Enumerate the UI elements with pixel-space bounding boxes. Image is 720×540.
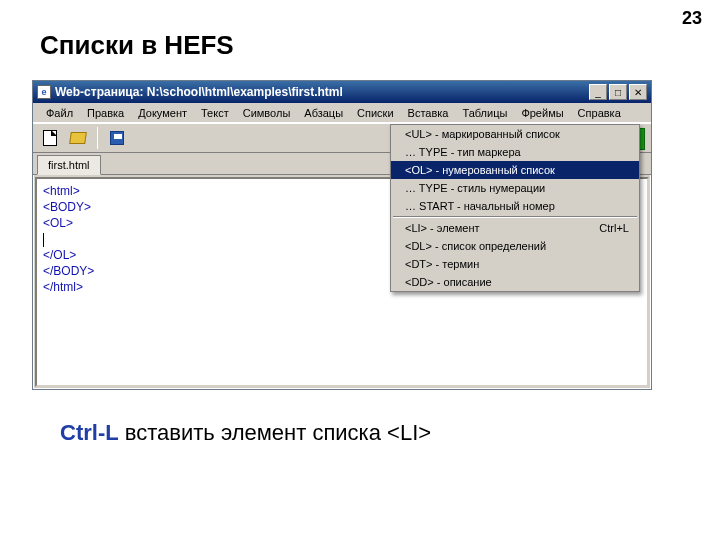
dropdown-separator [393, 216, 637, 218]
maximize-button[interactable]: □ [609, 84, 627, 100]
window-title: Web-страница: N:\school\html\examples\fi… [55, 85, 589, 99]
menu-frames[interactable]: Фреймы [514, 105, 570, 121]
new-file-icon [43, 130, 57, 146]
save-icon [110, 131, 124, 145]
dd-ol[interactable]: <OL> - нумерованный список [391, 161, 639, 179]
menu-symbols[interactable]: Символы [236, 105, 298, 121]
dd-dd[interactable]: <DD> - описание [391, 273, 639, 291]
open-file-button[interactable] [67, 127, 89, 149]
menu-paragraphs[interactable]: Абзацы [297, 105, 350, 121]
lists-dropdown-menu: <UL> - маркированный список … TYPE - тип… [390, 124, 640, 292]
text-caret [43, 233, 44, 247]
title-bar: e Web-страница: N:\school\html\examples\… [33, 81, 651, 103]
dd-ul-type[interactable]: … TYPE - тип маркера [391, 143, 639, 161]
menu-insert[interactable]: Вставка [401, 105, 456, 121]
caption-text: вставить элемент списка <LI> [119, 420, 431, 445]
slide-number: 23 [682, 8, 702, 29]
menu-file[interactable]: Файл [39, 105, 80, 121]
menu-edit[interactable]: Правка [80, 105, 131, 121]
dd-dl[interactable]: <DL> - список определений [391, 237, 639, 255]
dd-dt[interactable]: <DT> - термин [391, 255, 639, 273]
menu-help[interactable]: Справка [571, 105, 628, 121]
minimize-button[interactable]: _ [589, 84, 607, 100]
dd-ol-type[interactable]: … TYPE - стиль нумерации [391, 179, 639, 197]
dd-ul[interactable]: <UL> - маркированный список [391, 125, 639, 143]
menu-tables[interactable]: Таблицы [455, 105, 514, 121]
dd-li[interactable]: <LI> - элементCtrl+L [391, 219, 639, 237]
app-icon: e [37, 85, 51, 99]
menu-lists[interactable]: Списки [350, 105, 401, 121]
hotkey-label: Ctrl-L [60, 420, 119, 445]
dd-ol-start[interactable]: … START - начальный номер [391, 197, 639, 215]
open-folder-icon [69, 132, 87, 144]
toolbar-separator [97, 127, 98, 149]
tab-file[interactable]: first.html [37, 155, 101, 175]
slide-title: Списки в HEFS [40, 30, 234, 61]
menu-document[interactable]: Документ [131, 105, 194, 121]
menu-bar: Файл Правка Документ Текст Символы Абзац… [33, 103, 651, 123]
close-button[interactable]: ✕ [629, 84, 647, 100]
new-file-button[interactable] [39, 127, 61, 149]
caption: Ctrl-L вставить элемент списка <LI> [60, 420, 431, 446]
menu-text[interactable]: Текст [194, 105, 236, 121]
save-button[interactable] [106, 127, 128, 149]
